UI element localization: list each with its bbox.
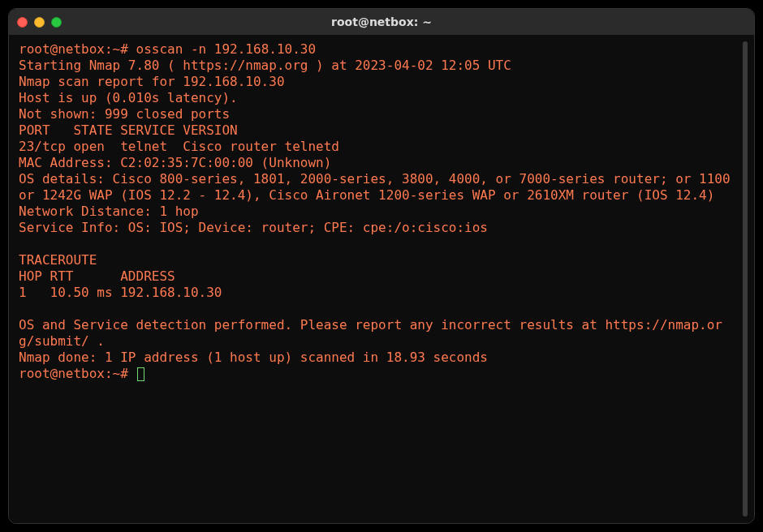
- titlebar[interactable]: root@netbox: ~: [9, 9, 754, 35]
- output-line: OS details: Cisco 800-series, 1801, 2000…: [19, 171, 738, 203]
- output-line: OS and Service detection performed. Plea…: [19, 317, 722, 349]
- output-line: Nmap scan report for 192.168.10.30: [19, 74, 285, 89]
- window-controls: [9, 17, 62, 28]
- output-line: HOP RTT ADDRESS: [19, 268, 175, 284]
- output-line: Starting Nmap 7.80 ( https://nmap.org ) …: [19, 58, 511, 73]
- terminal-window: root@netbox: ~ root@netbox:~# osscan -n …: [8, 8, 755, 524]
- close-icon[interactable]: [17, 17, 28, 28]
- output-line: Host is up (0.010s latency).: [19, 90, 238, 105]
- output-line: 1 10.50 ms 192.168.10.30: [19, 285, 222, 300]
- scrollbar-thumb[interactable]: [743, 41, 748, 517]
- window-title: root@netbox: ~: [9, 15, 754, 28]
- maximize-icon[interactable]: [51, 17, 62, 28]
- output-line: Nmap done: 1 IP address (1 host up) scan…: [19, 350, 488, 365]
- cursor-icon: [137, 367, 144, 381]
- output-line: 23/tcp open telnet Cisco router telnetd: [19, 139, 339, 154]
- minimize-icon[interactable]: [34, 17, 45, 28]
- shell-prompt: root@netbox:~#: [19, 41, 128, 57]
- terminal-body[interactable]: root@netbox:~# osscan -n 192.168.10.30 S…: [9, 35, 754, 523]
- output-line: PORT STATE SERVICE VERSION: [19, 122, 238, 138]
- output-line: TRACEROUTE: [19, 252, 97, 268]
- scrollbar[interactable]: [741, 41, 749, 517]
- shell-prompt: root@netbox:~#: [19, 366, 128, 381]
- output-line: MAC Address: C2:02:35:7C:00:00 (Unknown): [19, 155, 331, 170]
- output-line: Service Info: OS: IOS; Device: router; C…: [19, 220, 488, 235]
- output-line: Not shown: 999 closed ports: [19, 106, 230, 122]
- output-line: Network Distance: 1 hop: [19, 204, 199, 219]
- terminal-content[interactable]: root@netbox:~# osscan -n 192.168.10.30 S…: [19, 41, 738, 517]
- command-text: osscan -n 192.168.10.30: [136, 41, 317, 57]
